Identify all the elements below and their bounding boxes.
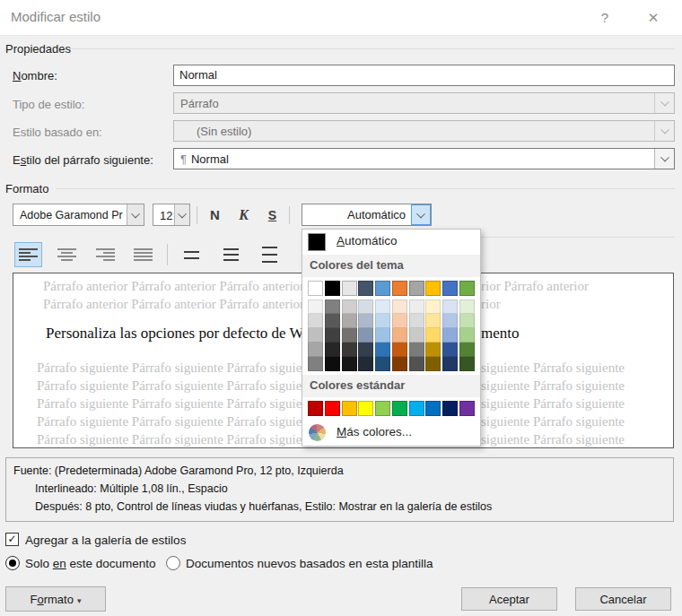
theme-color-swatch-8[interactable]	[442, 281, 458, 296]
line-spacing-double-button[interactable]	[254, 242, 284, 267]
theme-variant-swatch-7-4[interactable]	[425, 343, 441, 357]
font-size-select[interactable]: 12	[153, 204, 190, 226]
theme-variant-swatch-1-1[interactable]	[325, 299, 340, 314]
theme-color-swatch-4[interactable]	[375, 281, 390, 296]
ok-button[interactable]: Aceptar	[461, 587, 557, 611]
line-spacing-single-button[interactable]	[176, 242, 206, 267]
theme-color-swatch-0[interactable]	[308, 281, 323, 296]
only-this-document-radio[interactable]	[5, 556, 20, 570]
close-icon[interactable]: ✕	[641, 6, 666, 30]
standard-color-swatch-0[interactable]	[308, 401, 323, 416]
bold-button[interactable]: N	[203, 204, 227, 226]
theme-variant-swatch-5-4[interactable]	[392, 343, 407, 357]
theme-variant-swatch-6-1[interactable]	[409, 299, 424, 314]
theme-variant-swatch-2-3[interactable]	[342, 328, 357, 343]
theme-variant-swatch-2-1[interactable]	[342, 299, 357, 314]
theme-variant-swatch-3-3[interactable]	[358, 328, 373, 343]
theme-variant-swatch-7-3[interactable]	[425, 328, 441, 343]
style-type-select[interactable]: Párrafo	[173, 92, 675, 114]
theme-variant-swatch-8-4[interactable]	[442, 343, 458, 357]
theme-variant-swatch-7-1[interactable]	[425, 299, 441, 314]
theme-variant-swatch-0-4[interactable]	[308, 343, 323, 357]
font-name-select[interactable]: Adobe Garamond Pr	[13, 204, 144, 226]
standard-color-swatch-6[interactable]	[409, 401, 424, 416]
theme-variant-swatch-5-3[interactable]	[392, 328, 407, 343]
align-right-button[interactable]	[92, 242, 119, 267]
theme-variant-swatch-9-2[interactable]	[459, 314, 475, 328]
font-size-value: 12	[160, 209, 172, 222]
theme-variant-swatch-4-2[interactable]	[375, 314, 390, 328]
theme-variant-swatch-9-4[interactable]	[459, 343, 475, 357]
theme-variant-swatch-4-1[interactable]	[375, 299, 390, 314]
theme-variant-swatch-1-4[interactable]	[325, 343, 340, 357]
theme-variant-swatch-3-5[interactable]	[358, 357, 373, 371]
theme-variant-swatch-2-2[interactable]	[342, 314, 357, 328]
more-colors-item[interactable]: Más colores...	[302, 421, 480, 446]
based-on-select[interactable]: (Sin estilo)	[173, 120, 675, 142]
standard-color-swatch-7[interactable]	[425, 401, 441, 416]
theme-variant-swatch-0-1[interactable]	[308, 299, 323, 314]
add-to-gallery-checkbox[interactable]: ✓	[5, 533, 19, 546]
theme-variant-swatch-9-3[interactable]	[459, 328, 475, 343]
standard-color-swatch-5[interactable]	[392, 401, 407, 416]
theme-color-swatch-5[interactable]	[392, 281, 407, 296]
standard-color-swatch-3[interactable]	[358, 401, 373, 416]
theme-variant-swatch-5-1[interactable]	[392, 299, 407, 314]
theme-variant-swatch-6-5[interactable]	[409, 357, 424, 371]
standard-color-swatch-1[interactable]	[325, 401, 340, 416]
font-color-select[interactable]: Automático	[302, 204, 432, 226]
underline-button[interactable]: S	[260, 204, 284, 226]
align-center-button[interactable]	[53, 242, 81, 267]
theme-variant-swatch-4-4[interactable]	[375, 343, 390, 357]
theme-variant-swatch-0-2[interactable]	[308, 314, 323, 328]
theme-color-swatch-3[interactable]	[358, 281, 373, 296]
theme-color-swatch-6[interactable]	[409, 281, 424, 296]
new-documents-radio[interactable]	[166, 556, 180, 570]
help-icon[interactable]: ?	[592, 6, 617, 30]
theme-variant-swatch-1-3[interactable]	[325, 328, 340, 343]
theme-variant-swatch-3-1[interactable]	[358, 299, 373, 314]
align-justify-button[interactable]	[129, 242, 157, 267]
line-spacing-1-5-button[interactable]	[215, 242, 246, 267]
next-style-select[interactable]: ¶Normal	[173, 148, 675, 169]
theme-color-swatch-1[interactable]	[325, 281, 340, 296]
theme-variant-swatch-0-5[interactable]	[308, 357, 323, 371]
theme-variant-swatch-6-4[interactable]	[409, 343, 424, 357]
italic-button[interactable]: K	[232, 204, 256, 226]
theme-variant-swatch-4-5[interactable]	[375, 357, 390, 371]
theme-variant-swatch-5-5[interactable]	[392, 357, 407, 371]
theme-variant-swatch-1-5[interactable]	[325, 357, 340, 371]
standard-color-swatch-2[interactable]	[342, 401, 357, 416]
preview-following-paragraph-text: Párrafo siguiente Párrafo siguiente Párr…	[37, 396, 303, 412]
theme-variant-swatch-8-1[interactable]	[442, 299, 458, 314]
theme-variant-swatch-1-2[interactable]	[325, 314, 340, 328]
theme-variant-swatch-7-5[interactable]	[425, 357, 441, 371]
align-left-button[interactable]	[14, 242, 42, 267]
format-menu-button[interactable]: Formato▾	[5, 586, 106, 612]
theme-color-swatch-2[interactable]	[342, 281, 357, 296]
automatic-color-item[interactable]: Automático	[302, 230, 480, 255]
name-input[interactable]: Normal	[173, 65, 675, 86]
theme-variant-swatch-4-3[interactable]	[375, 328, 390, 343]
cancel-button[interactable]: Cancelar	[575, 587, 671, 611]
theme-variant-swatch-3-4[interactable]	[358, 343, 373, 357]
theme-color-swatch-7[interactable]	[425, 281, 441, 296]
theme-variant-swatch-8-2[interactable]	[442, 314, 458, 328]
theme-variant-swatch-6-3[interactable]	[409, 328, 424, 343]
theme-variant-swatch-7-2[interactable]	[425, 314, 441, 328]
theme-variant-swatch-2-5[interactable]	[342, 357, 357, 371]
theme-variant-swatch-8-3[interactable]	[442, 328, 458, 343]
standard-color-swatch-8[interactable]	[442, 401, 458, 416]
description-line: Interlineado: Múltiple 1,08 lín., Espaci…	[35, 482, 228, 495]
theme-variant-swatch-8-5[interactable]	[442, 357, 458, 371]
theme-color-swatch-9[interactable]	[459, 281, 475, 296]
theme-variant-swatch-3-2[interactable]	[358, 314, 373, 328]
theme-variant-swatch-6-2[interactable]	[409, 314, 424, 328]
standard-color-swatch-9[interactable]	[459, 401, 475, 416]
theme-variant-swatch-2-4[interactable]	[342, 343, 357, 357]
standard-color-swatch-4[interactable]	[375, 401, 390, 416]
theme-variant-swatch-0-3[interactable]	[308, 328, 323, 343]
theme-variant-swatch-9-1[interactable]	[459, 299, 475, 314]
theme-variant-swatch-5-2[interactable]	[392, 314, 407, 328]
theme-variant-swatch-9-5[interactable]	[459, 357, 475, 371]
